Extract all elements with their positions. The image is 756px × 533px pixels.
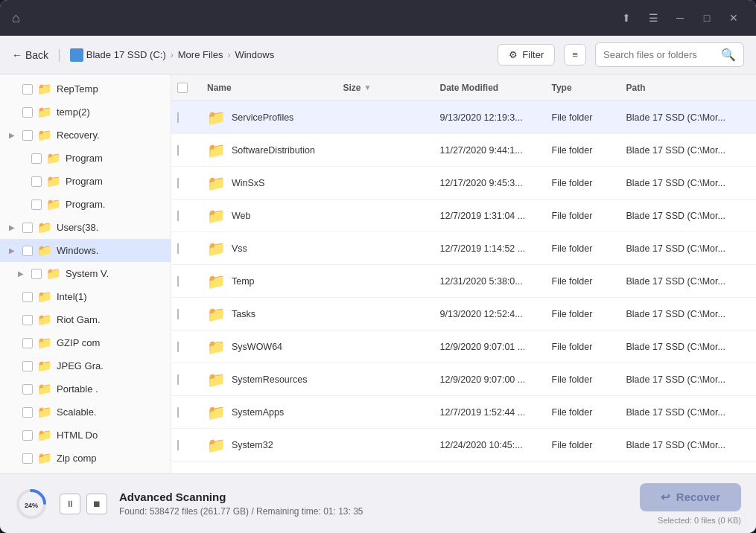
row-name-cell: 📁 System32: [201, 436, 337, 454]
sidebar-item-portable[interactable]: 📁 Portable .: [0, 377, 171, 400]
menu-button[interactable]: ☰: [643, 7, 664, 28]
row-name-cell: 📁 WinSxS: [201, 174, 337, 192]
table-row[interactable]: 📁 WinSxS 12/17/2020 9:45:3... File folde…: [171, 167, 756, 200]
stop-button[interactable]: ⏹: [86, 494, 107, 514]
row-checkbox[interactable]: [177, 145, 179, 156]
sidebar-checkbox[interactable]: [22, 453, 33, 464]
header-path[interactable]: Path: [620, 83, 757, 93]
row-checkbox[interactable]: [177, 374, 179, 385]
sidebar-item-reptemp[interactable]: 📁 RepTemp: [0, 77, 171, 100]
sidebar-checkbox[interactable]: [31, 200, 42, 210]
sidebar-item-recovery[interactable]: ▶ 📁 Recovery.: [0, 124, 171, 147]
sidebar-item-temp[interactable]: 📁 temp(2): [0, 100, 171, 124]
share-button[interactable]: ⬆: [616, 7, 637, 28]
header-size[interactable]: Size ▼: [337, 83, 434, 93]
table-row[interactable]: 📁 SystemApps 12/7/2019 1:52:44 ... File …: [171, 396, 756, 429]
header-checkbox[interactable]: [177, 83, 188, 93]
row-checkbox[interactable]: [177, 309, 179, 319]
view-menu-button[interactable]: ≡: [564, 44, 586, 66]
sidebar-checkbox[interactable]: [22, 84, 33, 95]
sidebar-item-scalable[interactable]: 📁 Scalable.: [0, 400, 171, 424]
sidebar-item-gzip[interactable]: 📁 GZIP com: [0, 331, 171, 354]
minimize-button[interactable]: ─: [670, 7, 690, 28]
sidebar-checkbox[interactable]: [22, 361, 33, 371]
sidebar-checkbox[interactable]: [22, 292, 33, 302]
sidebar-checkbox[interactable]: [22, 130, 33, 141]
header-path-label: Path: [626, 83, 646, 93]
row-name-cell: 📁 SystemApps: [201, 403, 337, 421]
back-button[interactable]: ← Back: [12, 49, 48, 61]
table-row[interactable]: 📁 Vss 12/7/2019 1:14:52 ... File folder …: [171, 232, 756, 265]
pause-button[interactable]: ⏸: [60, 494, 80, 514]
sidebar-checkbox[interactable]: [22, 384, 33, 395]
header-size-label: Size: [343, 83, 361, 93]
sidebar-item-html[interactable]: 📁 HTML Do: [0, 424, 171, 447]
sidebar-checkbox[interactable]: [22, 223, 33, 233]
sidebar: 📁 RepTemp 📁 temp(2) ▶ 📁 Recovery. 📁 Prog…: [0, 74, 171, 473]
header-date[interactable]: Date Modified: [434, 83, 546, 93]
table-row[interactable]: 📁 ServiceProfiles 9/13/2020 12:19:3... F…: [171, 101, 756, 134]
sidebar-item-zip[interactable]: 📁 Zip comp: [0, 447, 171, 470]
sidebar-item-windows[interactable]: ▶ 📁 Windows.: [0, 239, 171, 262]
sidebar-item-users[interactable]: ▶ 📁 Users(38.: [0, 216, 171, 239]
row-checkbox[interactable]: [177, 440, 179, 450]
sidebar-checkbox[interactable]: [22, 246, 33, 256]
svg-text:24%: 24%: [25, 502, 38, 509]
sidebar-checkbox[interactable]: [31, 153, 42, 164]
maximize-button[interactable]: □: [696, 7, 717, 28]
breadcrumb-more-files[interactable]: More Files: [178, 49, 223, 60]
sidebar-checkbox[interactable]: [31, 176, 42, 187]
sidebar-checkbox[interactable]: [22, 338, 33, 348]
home-icon[interactable]: ⌂: [12, 10, 20, 26]
row-checkbox[interactable]: [177, 276, 179, 287]
sidebar-item-program2[interactable]: 📁 Program: [0, 170, 171, 193]
row-type: File folder: [546, 243, 620, 254]
header-type[interactable]: Type: [546, 83, 620, 93]
row-date: 12/7/2019 1:14:52 ...: [434, 243, 546, 254]
table-row[interactable]: 📁 SoftwareDistribution 11/27/2020 9:44:1…: [171, 134, 756, 167]
sidebar-item-intel[interactable]: 📁 Intel(1): [0, 285, 171, 308]
row-checkbox[interactable]: [177, 407, 179, 418]
back-label: Back: [25, 49, 48, 61]
table-row[interactable]: 📁 Web 12/7/2019 1:31:04 ... File folder …: [171, 200, 756, 232]
header-name[interactable]: Name: [201, 83, 337, 93]
row-name-cell: 📁 Temp: [201, 272, 337, 290]
breadcrumb-drive[interactable]: Blade 17 SSD (C:): [70, 48, 166, 62]
sidebar-checkbox[interactable]: [22, 315, 33, 325]
sidebar-item-jpeg[interactable]: 📁 JPEG Gra.: [0, 354, 171, 377]
row-checkbox-cell: [171, 342, 201, 352]
folder-icon: 📁: [207, 174, 226, 192]
sidebar-item-program1[interactable]: 📁 Program: [0, 147, 171, 170]
expand-arrow-icon: ▶: [9, 131, 18, 139]
sidebar-item-program3[interactable]: 📁 Program.: [0, 193, 171, 216]
sidebar-checkbox[interactable]: [31, 269, 42, 279]
breadcrumb-windows[interactable]: Windows: [235, 49, 274, 60]
close-button[interactable]: ✕: [723, 7, 744, 28]
sidebar-item-systemv[interactable]: ▶ 📁 System V.: [0, 262, 171, 285]
row-checkbox[interactable]: [177, 112, 179, 123]
row-type: File folder: [546, 440, 620, 450]
table-row[interactable]: 📁 Temp 12/31/2020 5:38:0... File folder …: [171, 265, 756, 298]
sidebar-checkbox[interactable]: [22, 107, 33, 118]
filter-button[interactable]: ⚙ Filter: [498, 44, 555, 66]
table-row[interactable]: 📁 System32 12/24/2020 10:45:... File fol…: [171, 429, 756, 462]
table-row[interactable]: 📁 SystemResources 12/9/2020 9:07:00 ... …: [171, 363, 756, 396]
row-checkbox[interactable]: [177, 178, 179, 188]
table-row[interactable]: 📁 Tasks 9/13/2020 12:52:4... File folder…: [171, 298, 756, 331]
row-checkbox[interactable]: [177, 243, 179, 254]
recover-button[interactable]: ↩ Recover: [640, 483, 741, 511]
search-input[interactable]: [603, 49, 717, 60]
row-name: Temp: [232, 276, 255, 287]
sidebar-item-riot[interactable]: 📁 Riot Gam.: [0, 308, 171, 331]
sidebar-checkbox[interactable]: [22, 407, 33, 418]
folder-icon: 📁: [207, 141, 226, 159]
table-row[interactable]: 📁 SysWOW64 12/9/2020 9:07:01 ... File fo…: [171, 331, 756, 363]
progress-info: Advanced Scanning Found: 538472 files (2…: [119, 491, 628, 517]
row-checkbox[interactable]: [177, 211, 179, 221]
search-box[interactable]: 🔍: [595, 42, 744, 67]
expand-arrow-icon: ▶: [9, 223, 18, 232]
row-path: Blade 17 SSD (C:\Mor...: [620, 178, 757, 188]
breadcrumb-arrow-2: ›: [227, 50, 230, 60]
row-checkbox[interactable]: [177, 342, 179, 352]
sidebar-checkbox[interactable]: [22, 430, 33, 441]
